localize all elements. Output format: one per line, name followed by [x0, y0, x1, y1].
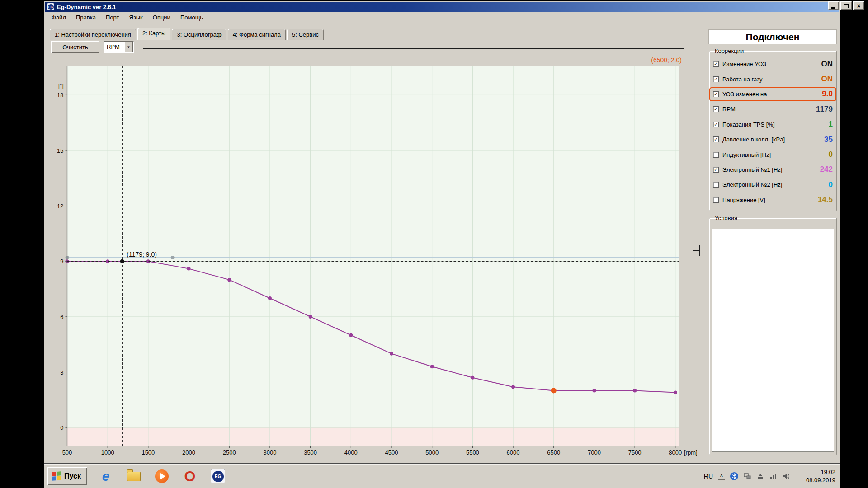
below-zero-band — [67, 427, 679, 446]
gas-timing-map-point[interactable] — [511, 385, 515, 389]
tab[interactable]: 1: Настройки переключения — [50, 29, 136, 40]
bluetooth-icon[interactable] — [730, 472, 738, 480]
x-tick-label: 5500 — [466, 449, 479, 456]
gas-timing-map-point[interactable] — [309, 315, 312, 319]
correction-row: Индуктивный [Hz]0 — [709, 147, 836, 162]
volume-icon[interactable] — [783, 472, 791, 480]
correction-row: ✓Работа на газуON — [709, 71, 836, 86]
y-tick-label: 18 — [57, 92, 63, 99]
y-tick-label: 12 — [57, 203, 63, 210]
correction-row: ✓Показания TPS [%]1 — [709, 117, 836, 132]
base-petrol-line-point[interactable] — [171, 256, 175, 259]
correction-label: Показания TPS [%] — [722, 121, 829, 128]
checkbox[interactable] — [713, 182, 719, 188]
ie-glyph: e — [102, 469, 110, 483]
correction-label: Индуктивный [Hz] — [722, 151, 829, 158]
correction-row: Напряжение [V]14.5 — [709, 192, 836, 207]
plot-area[interactable] — [67, 66, 679, 446]
gas-timing-map-point[interactable] — [268, 296, 272, 300]
correction-value: ON — [821, 75, 833, 84]
chevron-down-icon[interactable]: ▼ — [124, 42, 133, 52]
clock: 19:02 08.09.2019 — [798, 468, 835, 484]
menu-item[interactable]: Опции — [148, 12, 175, 23]
tab[interactable]: 5: Сервис — [287, 29, 324, 40]
correction-value: 242 — [820, 165, 833, 174]
checkbox[interactable]: ✓ — [713, 91, 719, 97]
x-tick-label: 6000 — [507, 449, 520, 456]
eg-logo-text: EG — [212, 471, 224, 482]
checkbox[interactable]: ✓ — [713, 106, 719, 112]
correction-label: Напряжение [V] — [722, 197, 818, 203]
removable-device-icon[interactable] — [756, 472, 764, 480]
menu-item[interactable]: Файл — [47, 12, 71, 23]
close-button[interactable]: × — [853, 1, 864, 10]
quick-launch: e O EG — [98, 468, 226, 484]
checkbox[interactable]: ✓ — [713, 122, 719, 127]
start-button[interactable]: Пуск — [47, 467, 87, 485]
checkbox[interactable] — [713, 197, 719, 203]
corrections-rows: ✓Изменение УОЗON✓Работа на газуON✓УОЗ из… — [709, 54, 836, 207]
internet-explorer-icon[interactable]: e — [98, 468, 114, 484]
checkbox[interactable]: ✓ — [713, 136, 719, 142]
menu-item[interactable]: Помощь — [175, 12, 208, 23]
conditions-group-label: Условия — [713, 215, 739, 221]
eg-dynamic-icon[interactable]: EG — [210, 468, 226, 484]
x-tick-label: 2000 — [182, 449, 195, 456]
menu-item[interactable]: Порт — [101, 12, 124, 23]
correction-row: ✓Давление в колл. [kPa]35 — [709, 132, 836, 147]
gas-timing-map-point[interactable] — [227, 278, 231, 282]
minimize-button[interactable] — [828, 1, 839, 10]
cursor-coord-label: (1179; 9.0) — [127, 251, 157, 258]
restore-button[interactable] — [840, 1, 852, 10]
gas-timing-map-point[interactable] — [633, 389, 637, 392]
language-indicator[interactable]: RU — [704, 473, 713, 480]
gas-timing-map-point[interactable] — [674, 390, 677, 394]
conditions-area[interactable] — [712, 229, 834, 452]
y-axis-unit: [°] — [58, 83, 63, 89]
tab[interactable]: 3: Осциллограф — [172, 29, 226, 40]
checkbox[interactable] — [713, 152, 719, 158]
media-player-icon[interactable] — [154, 468, 170, 484]
selected-point[interactable] — [551, 388, 557, 393]
tab[interactable]: 2: Карты — [137, 28, 171, 40]
cursor-point[interactable] — [120, 259, 124, 263]
conditions-group: Условия — [709, 215, 837, 455]
value-slider-handle[interactable] — [693, 245, 700, 256]
app-window: EG Eg-Dynamic ver 2.6.1 ФайлПравкаПортЯз… — [44, 1, 840, 464]
x-tick-label: 6500 — [547, 449, 560, 456]
checkbox[interactable]: ✓ — [713, 76, 719, 82]
axis-combo[interactable]: RPM ▼ — [104, 41, 134, 53]
opera-icon[interactable]: O — [182, 468, 198, 484]
y-tick-label: 9 — [60, 258, 63, 265]
correction-label: Давление в колл. [kPa] — [722, 136, 824, 143]
timing-map-chart[interactable]: (1179; 9.0)50010001500200025003000350040… — [46, 63, 697, 460]
x-tick-label: 3000 — [263, 449, 276, 456]
gas-timing-map-point[interactable] — [430, 365, 434, 368]
gas-timing-map-point[interactable] — [592, 389, 596, 392]
checkbox[interactable]: ✓ — [713, 167, 719, 173]
network-icon[interactable] — [743, 472, 751, 480]
correction-row: ✓Изменение УОЗON — [709, 56, 836, 71]
correction-value: 9.0 — [822, 89, 833, 99]
rpm-axis-ruler[interactable] — [143, 48, 684, 54]
x-tick-label: 1000 — [101, 449, 114, 456]
correction-row: ✓RPM1179 — [709, 102, 836, 117]
gas-timing-map-point[interactable] — [471, 376, 474, 380]
tray-expand-button[interactable]: ^ — [718, 473, 725, 480]
gas-timing-map-point[interactable] — [390, 352, 393, 356]
windows-logo-icon — [52, 471, 61, 481]
clear-button[interactable]: Очистить — [51, 41, 99, 53]
gas-timing-map-point[interactable] — [187, 267, 191, 271]
menu-item[interactable]: Правка — [71, 12, 101, 23]
gas-timing-map-point[interactable] — [349, 333, 353, 337]
folder-icon[interactable] — [126, 468, 142, 484]
title-bar[interactable]: EG Eg-Dynamic ver 2.6.1 — [45, 2, 839, 12]
tab[interactable]: 4: Форма сигнала — [228, 29, 286, 40]
y-tick-label: 15 — [57, 147, 63, 154]
checkbox[interactable]: ✓ — [713, 61, 719, 67]
signal-bars-icon[interactable] — [769, 472, 778, 480]
x-tick-label: 2500 — [223, 449, 236, 456]
menu-item[interactable]: Язык — [124, 12, 147, 23]
correction-value: 35 — [824, 135, 833, 144]
opera-glyph: O — [184, 469, 196, 483]
